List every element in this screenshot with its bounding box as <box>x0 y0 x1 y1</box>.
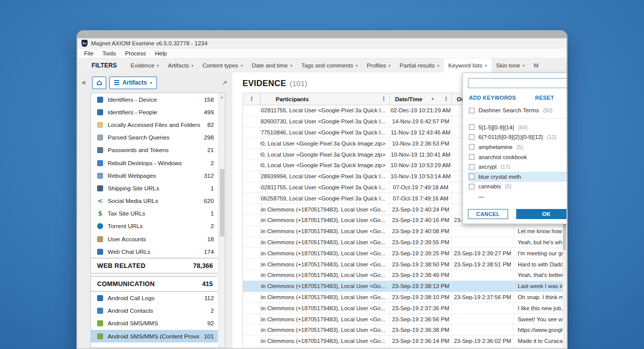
column-menu-icon[interactable]: ⋮ <box>443 96 449 102</box>
section-label: WEB RELATED <box>97 262 193 269</box>
keyword-item[interactable]: anarchist cookbook <box>468 152 567 162</box>
keyword-item[interactable]: 5[1-5][0-9]{14} (64) <box>468 122 567 132</box>
sidebar-scrollbar[interactable]: ▴ <box>218 93 225 347</box>
sidebar-item-count: 2 <box>210 160 214 167</box>
column-menu-cell[interactable]: ⋮ <box>243 93 261 105</box>
cell-participants: Martin Clemmons (+18705179483), Local Us… <box>261 237 390 248</box>
keyword-item[interactable]: amphetamine (5) <box>468 142 567 152</box>
reset-link[interactable]: RESET <box>535 95 554 101</box>
popout-panel-icon[interactable]: ↗ <box>222 79 227 87</box>
checkbox[interactable] <box>469 174 474 179</box>
sidebar-item[interactable]: Shipping Site URLs 1 <box>91 182 218 194</box>
checkbox[interactable] <box>469 124 474 130</box>
filter-dropdown[interactable]: Skin tone ▾ <box>492 58 529 73</box>
table-row[interactable]: Martin Clemmons (+18705179483), Local Us… <box>243 292 567 303</box>
table-row[interactable]: Martin Clemmons (+18705179483), Local Us… <box>243 314 567 325</box>
sidebar-item[interactable]: Android Contacts 2 <box>91 305 218 317</box>
cell-datetime: 23-Sep-19 2:40:24 PM <box>390 204 452 215</box>
artifacts-view-selector[interactable]: Artifacts ▾ <box>109 77 157 89</box>
filter-dropdown[interactable]: Evidence ▾ <box>126 58 164 73</box>
table-row[interactable]: Martin Clemmons (+18705179483), Local Us… <box>243 303 567 314</box>
table-row[interactable]: Martin Clemmons (+18705179483), Local Us… <box>243 259 567 270</box>
filter-dropdown[interactable]: Content types ▾ <box>198 58 247 73</box>
filter-dropdown[interactable]: Profiles ▾ <box>362 58 395 73</box>
sidebar-item[interactable]: Android Call Logs 112 <box>91 292 218 304</box>
cell-original <box>452 303 514 313</box>
table-row[interactable]: Martin Clemmons (+18705179483), Local Us… <box>243 325 567 336</box>
column-datetime[interactable]: Date/Time ▾ ⋮ <box>390 93 452 105</box>
filter-dropdown-label: Content types <box>202 62 238 68</box>
cell-message: Let me know how it goes <box>514 226 567 237</box>
caret-down-icon: ▾ <box>356 63 358 68</box>
table-row[interactable]: Martin Clemmons (+18705179483), Local Us… <box>243 248 567 259</box>
filter-dropdown[interactable]: Tags and comments ▾ <box>297 58 362 73</box>
column-menu-icon[interactable]: ⋮ <box>249 96 255 102</box>
keyword-item[interactable]: — <box>468 191 567 201</box>
sort-descending-icon[interactable]: ▾ <box>432 97 434 101</box>
filter-dropdown[interactable]: Artifacts ▾ <box>164 58 198 73</box>
section-web-related[interactable]: WEB RELATED 78,366 <box>91 258 218 273</box>
keyword-item[interactable]: blue crystal meth <box>468 172 567 182</box>
checkbox[interactable] <box>469 134 474 140</box>
menu-item[interactable]: File <box>79 50 98 56</box>
keyword-group-count: (50) <box>543 107 552 113</box>
sidebar-item[interactable]: Rebuilt Desktops - Windows 2 <box>91 157 218 169</box>
sidebar-item[interactable]: Android SMS/MMS (Content Provider) 101 <box>91 330 218 342</box>
cell-datetime: 23-Sep-19 2:37:36 PM <box>390 303 452 313</box>
ok-button[interactable]: OK <box>516 209 567 219</box>
sidebar-item[interactable]: Identifiers - People 499 <box>91 106 218 118</box>
checkbox[interactable] <box>469 108 474 113</box>
keyword-search-input[interactable] <box>468 78 567 88</box>
keyword-item-label: amphetamine <box>478 144 513 150</box>
checkbox[interactable] <box>469 184 474 189</box>
sidebar-item-label: Social Media URLs <box>108 197 199 204</box>
cell-datetime: 23-Sep-19 2:38:50 PM <box>390 259 452 269</box>
keyword-group-row[interactable]: Dashner Search Terms (50) <box>469 107 567 114</box>
sidebar-item[interactable]: Torrent URLs 2 <box>91 220 218 233</box>
filter-dropdown[interactable]: Date and time ▾ <box>247 58 297 73</box>
menu-item[interactable]: Help <box>150 50 172 56</box>
cell-datetime: 23-Sep-19 2:39:55 PM <box>390 237 452 248</box>
table-row[interactable]: Martin Clemmons (+18705179483), Local Us… <box>243 336 567 347</box>
sidebar-item[interactable]: < Social Media URLs 620 <box>91 195 218 207</box>
checkbox[interactable] <box>469 144 474 150</box>
caret-down-icon: ▾ <box>157 63 159 68</box>
collapse-sidebar-icon[interactable]: « <box>82 78 86 87</box>
home-button[interactable]: ⌂ <box>92 77 106 89</box>
keyword-item[interactable]: axcrypt (17) <box>468 162 567 172</box>
sidebar-item[interactable]: Locally Accessed Files and Folders 82 <box>91 118 218 131</box>
keyword-item[interactable]: cannabis (5) <box>468 182 567 192</box>
sidebar-item[interactable]: Identifiers - Device 158 <box>91 93 218 106</box>
checkbox[interactable] <box>469 164 474 170</box>
sidebar-item[interactable]: Rebuilt Webpages 312 <box>91 169 218 182</box>
keyword-links: ADD KEYWORDS RESET <box>469 95 567 101</box>
section-label: COMMUNICATION <box>97 280 202 288</box>
cell-message: Yeah, but he's where I get <box>514 237 567 248</box>
section-communication[interactable]: COMMUNICATION 415 <box>91 276 218 292</box>
checkbox[interactable] <box>469 154 474 160</box>
scrollbar-thumb[interactable] <box>220 169 224 237</box>
menu-item[interactable]: Tools <box>98 50 121 56</box>
sidebar-item[interactable]: Web Chat URLs 174 <box>91 245 218 258</box>
filter-dropdown[interactable]: Keyword lists ▾ <box>444 58 492 73</box>
table-row[interactable]: Martin Clemmons (+18705179483), Local Us… <box>243 237 567 248</box>
column-menu-icon[interactable]: ⋮ <box>381 96 386 102</box>
sidebar-item[interactable]: $ Tax Site URLs 1 <box>91 207 218 220</box>
table-row[interactable]: Martin Clemmons (+18705179483), Local Us… <box>243 226 567 237</box>
add-keywords-link[interactable]: ADD KEYWORDS <box>469 95 516 101</box>
sidebar-item[interactable]: Android SMS/MMS 92 <box>91 317 218 330</box>
filter-dropdown[interactable]: M ▾ <box>529 58 543 73</box>
table-row[interactable]: Martin Clemmons (+18705179483), Local Us… <box>243 270 567 281</box>
menu-item[interactable]: Process <box>120 50 150 56</box>
sidebar-item-label: Passwords and Tokens <box>108 147 203 154</box>
cell-original <box>452 281 514 292</box>
scroll-up-icon[interactable]: ▴ <box>219 93 225 99</box>
keyword-item[interactable]: 6(?:011|5[0-9]{2})[0-9]{12} (12) <box>468 132 567 143</box>
column-participants[interactable]: Participants ⋮ <box>261 93 390 105</box>
sidebar-item[interactable]: Passwords and Tokens 21 <box>91 144 218 157</box>
cancel-button[interactable]: CANCEL <box>468 209 508 219</box>
sidebar-item[interactable]: Parsed Search Queries 298 <box>91 131 218 144</box>
table-row[interactable]: Martin Clemmons (+18705179483), Local Us… <box>243 281 567 292</box>
sidebar-item[interactable]: User Accounts 18 <box>91 233 218 245</box>
filter-dropdown[interactable]: Partial results ▾ <box>395 58 444 73</box>
